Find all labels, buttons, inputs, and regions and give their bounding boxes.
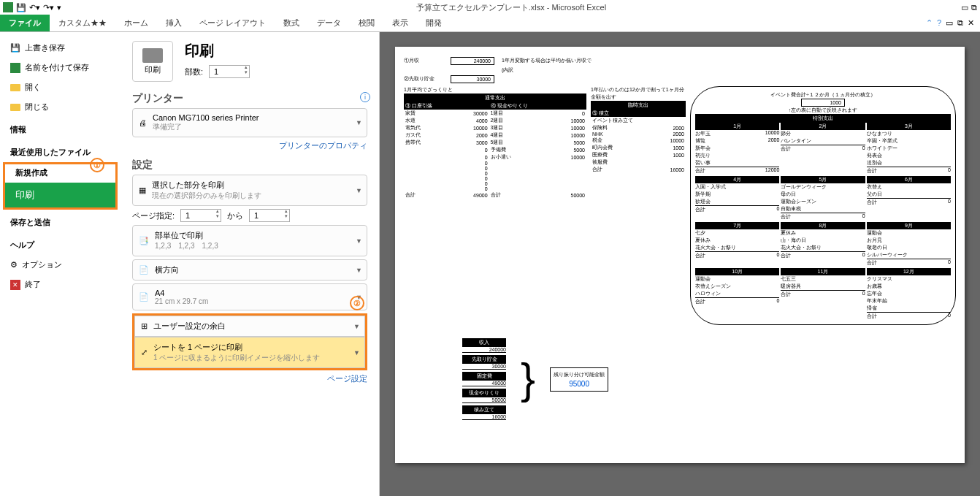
print-heading: 印刷 (185, 41, 250, 61)
win-close-icon[interactable]: ✕ (968, 18, 974, 28)
collate-select[interactable]: 📑 部単位で印刷1,2,3 1,2,3 1,2,3 ▼ (132, 225, 367, 256)
folder-close-icon (10, 104, 20, 111)
tab-custom[interactable]: カスタム★★ (50, 15, 115, 31)
printer-properties-link[interactable]: プリンターのプロパティ (132, 140, 367, 151)
collate-icon: 📑 (139, 236, 149, 245)
printer-device-icon: 🖨 (139, 118, 147, 127)
to-label: から (227, 210, 243, 221)
save-icon[interactable]: 💾 (16, 3, 26, 12)
copies-label: 部数: (185, 66, 203, 77)
tab-home[interactable]: ホーム (115, 15, 157, 31)
chevron-down-icon: ▼ (356, 187, 362, 194)
printer-icon (142, 48, 163, 63)
exit-icon: ✕ (10, 280, 20, 290)
folder-open-icon (10, 84, 20, 91)
tab-dev[interactable]: 開発 (417, 15, 451, 31)
margins-icon: ⊞ (141, 321, 148, 331)
sidebar-recent[interactable]: 最近使用したファイル (0, 140, 120, 162)
orientation-select[interactable]: 📄 横方向 ▼ (132, 259, 367, 281)
minimize-icon[interactable]: ▭ (961, 3, 968, 12)
scaling-select[interactable]: ⤢ シートを 1 ページに印刷1 ページに収まるように印刷イメージを縮小します … (134, 337, 365, 368)
pages-label: ページ指定: (132, 210, 175, 221)
paper-size-select[interactable]: 📄 A421 cm x 29.7 cm ▼ (132, 283, 367, 310)
page-to-input[interactable]: 1 (249, 209, 290, 222)
win-restore-icon[interactable]: ⧉ (957, 18, 963, 28)
annotation-2: ② (350, 296, 364, 310)
backstage-sidebar: 💾上書き保存 名前を付けて保存 開く 閉じる 情報 最近使用したファイル ① 新… (0, 32, 120, 496)
save-disk-icon: 💾 (10, 43, 20, 53)
tab-view[interactable]: 表示 (383, 15, 417, 31)
annotation-1: ① (90, 158, 104, 172)
sidebar-info[interactable]: 情報 (0, 117, 120, 140)
grid-icon: ▦ (139, 186, 146, 195)
preview-page: ①月収2400001年月変動する場合は平均か低い月収で(内訳②先取り貯金3000… (395, 47, 965, 463)
chevron-down-icon: ▼ (353, 323, 360, 330)
page-setup-link[interactable]: ページ設定 (132, 373, 367, 384)
chevron-down-icon: ▼ (356, 119, 362, 126)
sidebar-options[interactable]: ⚙オプション (0, 255, 120, 275)
print-preview: ①月収2400001年月変動する場合は平均か低い月収で(内訳②先取り貯金3000… (380, 32, 980, 496)
options-icon: ⚙ (10, 260, 18, 270)
ribbon-tabs: ファイル カスタム★★ ホーム 挿入 ページ レイアウト 数式 データ 校閲 表… (0, 15, 980, 32)
margins-select[interactable]: ⊞ ユーザー設定の余白 ▼ (134, 316, 365, 337)
window-title: 予算立てエクセルテンプレート.xlsx - Microsoft Excel (61, 2, 961, 13)
orientation-icon: 📄 (139, 265, 149, 275)
print-button[interactable]: 印刷 (132, 41, 173, 82)
tab-file[interactable]: ファイル (0, 15, 50, 31)
scaling-icon: ⤢ (141, 348, 148, 357)
sidebar-exit[interactable]: ✕終了 (0, 275, 120, 294)
sidebar-send[interactable]: 保存と送信 (0, 210, 120, 232)
redo-icon[interactable]: ↷▾ (43, 3, 54, 12)
printer-heading: プリンター (132, 92, 367, 105)
tab-insert[interactable]: 挿入 (157, 15, 191, 31)
sidebar-help[interactable]: ヘルプ (0, 232, 120, 255)
tab-layout[interactable]: ページ レイアウト (191, 15, 275, 31)
win-min-icon[interactable]: ▭ (946, 18, 953, 28)
sidebar-print[interactable]: 印刷 (5, 183, 115, 207)
app-icon (3, 2, 13, 12)
chevron-down-icon: ▼ (356, 267, 362, 274)
chevron-down-icon: ▼ (353, 349, 360, 356)
sidebar-save[interactable]: 💾上書き保存 (0, 38, 120, 58)
chevron-down-icon: ▼ (356, 237, 362, 245)
help-icon[interactable]: ? (937, 18, 941, 28)
sidebar-open[interactable]: 開く (0, 77, 120, 97)
tab-data[interactable]: データ (308, 15, 350, 31)
restore-icon[interactable]: ⧉ (971, 3, 977, 12)
info-icon[interactable]: i (360, 92, 370, 102)
tab-review[interactable]: 校閲 (350, 15, 383, 31)
saveas-icon (10, 63, 20, 73)
printer-select[interactable]: 🖨 Canon MG7100 series Printer準備完了 ▼ (132, 108, 367, 137)
print-what-select[interactable]: ▦ 選択した部分を印刷現在の選択部分のみを印刷します ▼ (132, 175, 367, 206)
sidebar-saveas[interactable]: 名前を付けて保存 (0, 58, 120, 77)
sidebar-close[interactable]: 閉じる (0, 97, 120, 117)
annotation-box-2: ⊞ ユーザー設定の余白 ▼ ⤢ シートを 1 ページに印刷1 ページに収まるよう… (132, 313, 367, 370)
page-from-input[interactable]: 1 (180, 209, 221, 222)
title-bar: 💾 ↶▾ ↷▾ ▾ 予算立てエクセルテンプレート.xlsx - Microsof… (0, 0, 980, 15)
undo-icon[interactable]: ↶▾ (29, 3, 40, 12)
print-settings-panel: 印刷 印刷 部数: 1 プリンター i 🖨 Canon MG7100 serie… (120, 32, 380, 496)
ribbon-min-icon[interactable]: ⌃ (926, 18, 933, 28)
settings-heading: 設定 (132, 159, 367, 172)
tab-formula[interactable]: 数式 (275, 15, 308, 31)
copies-input[interactable]: 1 (209, 65, 250, 78)
paper-icon: 📄 (139, 292, 149, 302)
